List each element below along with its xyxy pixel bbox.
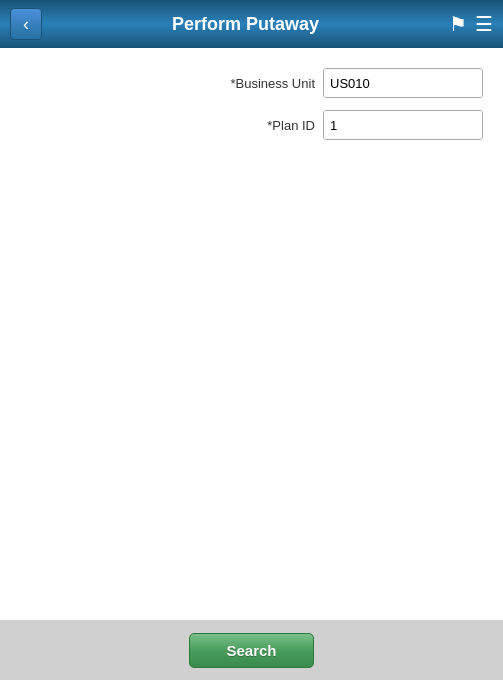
plan-id-label: *Plan ID <box>267 118 315 133</box>
plan-id-input[interactable] <box>324 111 483 139</box>
menu-icon[interactable]: ☰ <box>475 12 493 36</box>
business-unit-label: *Business Unit <box>230 76 315 91</box>
flag-icon[interactable]: ⚑ <box>449 12 467 36</box>
page-title: Perform Putaway <box>42 14 449 35</box>
plan-id-input-wrapper: 🔍 <box>323 110 483 140</box>
business-unit-row: *Business Unit 🔍 <box>20 68 483 98</box>
business-unit-input[interactable] <box>324 69 483 97</box>
business-unit-input-wrapper: 🔍 <box>323 68 483 98</box>
back-icon: ‹ <box>23 14 29 35</box>
footer: Search <box>0 620 503 680</box>
back-button[interactable]: ‹ <box>10 8 42 40</box>
app-container: ‹ Perform Putaway ⚑ ☰ *Business Unit 🔍 <box>0 0 503 680</box>
header: ‹ Perform Putaway ⚑ ☰ <box>0 0 503 48</box>
form-section: *Business Unit 🔍 *Plan ID 🔍 <box>20 68 483 140</box>
header-right-icons: ⚑ ☰ <box>449 12 493 36</box>
main-content: *Business Unit 🔍 *Plan ID 🔍 <box>0 48 503 620</box>
plan-id-row: *Plan ID 🔍 <box>20 110 483 140</box>
search-button[interactable]: Search <box>189 633 313 668</box>
